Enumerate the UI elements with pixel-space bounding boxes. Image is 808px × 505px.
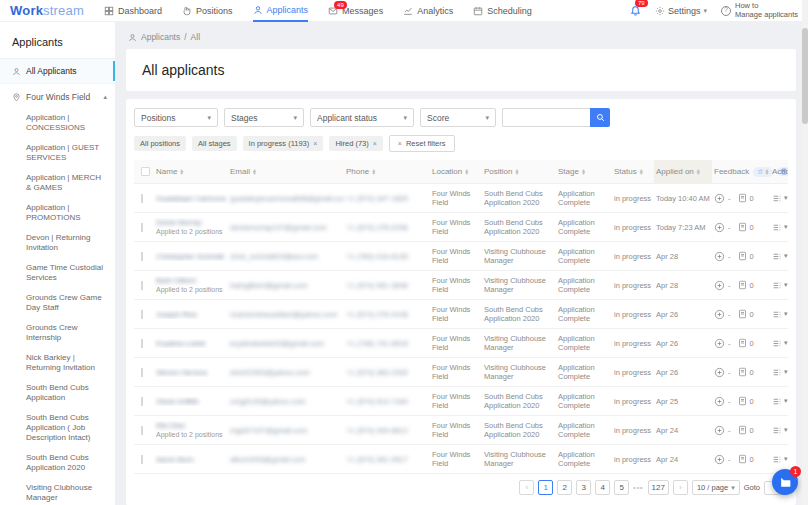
add-feedback-icon[interactable]: [714, 367, 725, 378]
reset-filters-button[interactable]: × Reset filters: [389, 135, 455, 152]
applicant-name[interactable]: Guadalupe Carmona: [156, 194, 226, 203]
nav-item[interactable]: Dashboard: [104, 0, 162, 22]
sort-icon[interactable]: ▲▼: [464, 169, 469, 174]
filter-chip[interactable]: All stages ×: [192, 136, 237, 151]
row-checkbox[interactable]: [141, 339, 143, 348]
workstream-logo[interactable]: Workstream: [10, 3, 84, 18]
filter-chip[interactable]: In progress (1193) ×: [243, 136, 324, 151]
select-all-checkbox[interactable]: [141, 167, 150, 176]
nav-item[interactable]: Scheduling: [473, 0, 532, 22]
row-actions-menu[interactable]: ▾: [770, 194, 788, 203]
sort-icon[interactable]: ▲▼: [696, 169, 701, 174]
page-button[interactable]: 1: [538, 480, 553, 495]
applicant-name[interactable]: Barb Gilbert: [156, 276, 226, 285]
table-row[interactable]: Derek Murray Applied to 2 positions dere…: [134, 213, 788, 242]
sidebar-position-item[interactable]: Application | PROMOTIONS: [0, 198, 115, 228]
table-row[interactable]: Olivia Griffith omg0126@yahoo.com +1 (57…: [134, 387, 788, 416]
sidebar-position-item[interactable]: Application | MERCH & GAMES: [0, 168, 115, 198]
applicant-name[interactable]: Aaron Burn: [156, 455, 226, 464]
row-checkbox[interactable]: [141, 194, 143, 203]
row-checkbox[interactable]: [141, 426, 143, 435]
table-row[interactable]: Barb Gilbert Applied to 2 positions barb…: [134, 271, 788, 300]
row-actions-menu[interactable]: ▾: [770, 426, 788, 435]
table-row[interactable]: Joseph Rice ricardomiracastiani@yahoo.co…: [134, 300, 788, 329]
sidebar-position-item[interactable]: South Bend Cubs Application: [0, 378, 115, 408]
add-feedback-icon[interactable]: [714, 193, 725, 204]
row-checkbox[interactable]: [141, 252, 143, 261]
sidebar-position-item[interactable]: Application | CONCESSIONS: [0, 108, 115, 138]
row-actions-menu[interactable]: ▾: [770, 368, 788, 377]
scrollbar-thumb[interactable]: [802, 28, 808, 124]
row-actions-menu[interactable]: ▾: [770, 223, 788, 232]
applicant-name[interactable]: Joseph Rice: [156, 310, 226, 319]
row-actions-menu[interactable]: ▾: [770, 339, 788, 348]
nav-item[interactable]: Analytics: [403, 0, 453, 22]
last-page-button[interactable]: 127: [648, 480, 669, 495]
notes-icon[interactable]: [738, 280, 747, 290]
sort-icon[interactable]: ▲▼: [252, 169, 257, 174]
sidebar-position-item[interactable]: Grounds Crew Internship: [0, 318, 115, 348]
row-checkbox[interactable]: [141, 397, 143, 406]
search-button[interactable]: [590, 108, 610, 127]
page-button[interactable]: 4: [595, 480, 610, 495]
nav-item[interactable]: Messages 49: [328, 0, 383, 22]
notes-icon[interactable]: [738, 309, 747, 319]
help-link[interactable]: ? How to Manage applicants: [721, 2, 798, 19]
applicant-status-select[interactable]: Applicant status▾: [310, 108, 414, 127]
nav-item[interactable]: Applicants: [253, 0, 309, 22]
sidebar-position-item[interactable]: South Bend Cubs Application 2020: [0, 448, 115, 478]
row-actions-menu[interactable]: ▾: [770, 455, 788, 464]
table-row[interactable]: Mia Diaz Applied to 2 positions mgd37197…: [134, 416, 788, 445]
table-row[interactable]: Guadalupe Carmona guadalupecarmona808@gm…: [134, 184, 788, 213]
notifications-button[interactable]: 79: [630, 2, 641, 20]
row-actions-menu[interactable]: ▾: [770, 397, 788, 406]
applicant-name[interactable]: Mia Diaz: [156, 421, 226, 430]
sort-icon[interactable]: ▲▼: [514, 169, 519, 174]
sidebar-position-item[interactable]: Devon | Returning Invitation: [0, 228, 115, 258]
close-icon[interactable]: ×: [313, 140, 317, 147]
settings-menu[interactable]: Settings ▾: [655, 6, 707, 16]
applicant-name[interactable]: Steven Herrera: [156, 368, 226, 377]
score-select[interactable]: Score▾: [420, 108, 496, 127]
applicant-name[interactable]: Olivia Griffith: [156, 397, 226, 406]
add-feedback-icon[interactable]: [714, 454, 725, 465]
prev-page-button[interactable]: ‹: [519, 480, 534, 495]
notes-icon[interactable]: [738, 454, 747, 464]
add-feedback-icon[interactable]: [714, 251, 725, 262]
page-button[interactable]: 3: [576, 480, 591, 495]
add-feedback-icon[interactable]: [714, 222, 725, 233]
table-row[interactable]: Aaron Burn alburn949@gmail.com +1 (574) …: [134, 445, 788, 474]
sidebar-item-all-applicants[interactable]: All Applicants: [0, 59, 115, 83]
search-input[interactable]: [502, 108, 590, 127]
notes-icon[interactable]: [738, 367, 747, 377]
table-row[interactable]: Krystina Lubek krystinalubek03@gmail.com…: [134, 329, 788, 358]
page-button[interactable]: 5: [614, 480, 629, 495]
filter-chip[interactable]: Hired (73) ×: [329, 136, 382, 151]
table-row[interactable]: Steven Herrera sher02993@yahoo.com +1 (5…: [134, 358, 788, 387]
add-feedback-icon[interactable]: [714, 280, 725, 291]
add-feedback-icon[interactable]: [714, 338, 725, 349]
row-actions-menu[interactable]: ▾: [770, 252, 788, 261]
sidebar-position-item[interactable]: Nick Barkley | Returning Invitation: [0, 348, 115, 378]
applicant-name[interactable]: Derek Murray: [156, 218, 226, 227]
sidebar-position-item[interactable]: Grounds Crew Game Day Staff: [0, 288, 115, 318]
add-feedback-icon[interactable]: [714, 396, 725, 407]
applicant-name[interactable]: Christopher Schmidt: [156, 252, 226, 261]
sidebar-position-item[interactable]: Application | GUEST SERVICES: [0, 138, 115, 168]
page-size-select[interactable]: 10 / page ▾: [692, 480, 740, 495]
row-checkbox[interactable]: [141, 281, 143, 290]
row-actions-menu[interactable]: ▾: [770, 310, 788, 319]
sort-icon[interactable]: ▲▼: [371, 169, 376, 174]
sidebar-position-item[interactable]: South Bend Cubs Application ( Job Descri…: [0, 408, 115, 448]
sort-icon[interactable]: ▲▼: [179, 169, 184, 174]
notes-icon[interactable]: [738, 222, 747, 232]
stages-select[interactable]: Stages▾: [224, 108, 304, 127]
applicant-name[interactable]: Krystina Lubek: [156, 339, 226, 348]
notes-icon[interactable]: [738, 396, 747, 406]
add-feedback-icon[interactable]: [714, 425, 725, 436]
positions-select[interactable]: Positions▾: [134, 108, 218, 127]
sidebar-position-item[interactable]: Visiting Clubhouse Manager: [0, 478, 115, 505]
nav-item[interactable]: Positions: [182, 0, 233, 22]
notes-icon[interactable]: [738, 193, 747, 203]
sidebar-position-item[interactable]: Game Time Custodial Services: [0, 258, 115, 288]
